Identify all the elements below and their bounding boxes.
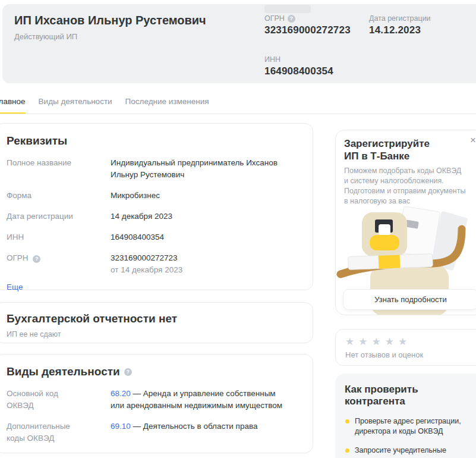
help-icon[interactable]: ? xyxy=(124,368,132,376)
check-card-title: Как проверить контрагента xyxy=(345,384,474,407)
reg-date-block: Дата регистрации 14.12.2023 xyxy=(369,14,431,36)
row-label-main-okved: Основной код ОКВЭД xyxy=(7,388,78,412)
tab-main[interactable]: Главное xyxy=(0,97,26,114)
row-value-full-name: Индивидуальный предприниматель Ихсанов И… xyxy=(111,157,289,181)
main-column: Реквизиты Полное название Индивидуальный… xyxy=(0,123,313,453)
list-item: Проверьте адрес регистрации, директора и… xyxy=(345,416,474,437)
page-title: ИП Ихсанов Ильнур Рустемович xyxy=(14,14,206,27)
sidebar-column: × Зарегистрируйте ИП в Т-Банке Поможем п… xyxy=(335,130,476,458)
ogrn-value: 323169000272723 xyxy=(264,24,351,36)
reporting-card: Бухгалтерской отчетности нет ИП ее не сд… xyxy=(0,302,313,343)
rating-stars-icon[interactable]: ★★★★★ xyxy=(345,335,474,348)
okved-code-link[interactable]: 69.10 xyxy=(111,422,131,431)
company-header-card: ИП Ихсанов Ильнур Рустемович Действующий… xyxy=(2,4,476,83)
inn-value: 164908400354 xyxy=(264,65,333,77)
row-label-reg-date: Дата регистрации xyxy=(7,211,78,222)
status-badge: Действующий ИП xyxy=(14,32,77,41)
reg-date-value: 14.12.2023 xyxy=(369,24,431,36)
bullet-icon xyxy=(345,419,349,424)
activities-title: Виды деятельности xyxy=(7,365,120,378)
row-value-ogrn: 323169000272723 от 14 декабря 2023 xyxy=(111,252,289,276)
row-value-main-okved: 68.20 — Аренда и управление собственным … xyxy=(111,388,289,412)
reporting-title: Бухгалтерской отчетности нет xyxy=(7,312,301,325)
ogrn-label-row: ОГРН ? xyxy=(264,14,351,23)
tab-bar: Главное Виды деятельности Последние изме… xyxy=(0,97,209,114)
list-item: Запросите учредительные документы, лицен… xyxy=(345,446,474,458)
tab-activities[interactable]: Виды деятельности xyxy=(39,97,112,114)
row-value-form: Микробизнес xyxy=(111,190,289,202)
promo-title: Зарегистрируйте ИП в Т-Банке xyxy=(344,137,430,162)
row-value-inn: 164908400354 xyxy=(111,231,289,243)
inn-block: ИНН 164908400354 xyxy=(264,55,333,77)
tab-recent-changes[interactable]: Последние изменения xyxy=(125,97,209,114)
reviews-empty-text: Нет отзывов и оценок xyxy=(345,350,474,359)
bullet-icon xyxy=(345,448,349,453)
row-label-ogrn: ОГРН ? xyxy=(7,252,78,276)
row-label-full-name: Полное название xyxy=(7,157,78,181)
row-value-extra-okved: 69.10 — Деятельность в области права xyxy=(111,421,289,444)
inn-label: ИНН xyxy=(264,55,280,64)
requisites-title: Реквизиты xyxy=(7,134,301,148)
ogrn-date-note: от 14 декабря 2023 xyxy=(111,264,289,276)
row-value-reg-date: 14 декабря 2023 xyxy=(111,211,289,222)
promo-description: Поможем подобрать коды ОКВЭД и систему н… xyxy=(344,166,466,206)
ogrn-label: ОГРН xyxy=(264,14,285,23)
reviews-card: ★★★★★ Нет отзывов и оценок xyxy=(335,329,476,366)
ogrn-block: ОГРН ? 323169000272723 xyxy=(264,14,351,36)
reporting-subtitle: ИП ее не сдают xyxy=(7,330,301,338)
help-icon[interactable]: ? xyxy=(33,255,40,263)
reg-date-label: Дата регистрации xyxy=(369,14,431,23)
skeleton-shimmer xyxy=(264,5,311,13)
promo-card: × Зарегистрируйте ИП в Т-Банке Поможем п… xyxy=(335,130,476,315)
activities-card: Виды деятельности ? Основной код ОКВЭД 6… xyxy=(0,354,313,453)
row-label-extra-okved: Дополнительные коды ОКВЭД xyxy=(7,421,78,444)
row-label-form: Форма xyxy=(7,190,78,202)
help-icon[interactable]: ? xyxy=(288,15,295,23)
tab-bar-divider xyxy=(0,114,476,114)
close-icon[interactable]: × xyxy=(470,135,476,145)
promo-details-button[interactable]: Узнать подробности xyxy=(343,289,476,310)
requisites-card: Реквизиты Полное название Индивидуальный… xyxy=(0,123,313,290)
row-label-inn: ИНН xyxy=(7,231,78,243)
counterparty-check-card: Как проверить контрагента Проверьте адре… xyxy=(335,374,476,458)
more-link[interactable]: Еще xyxy=(7,283,23,291)
okved-code-link[interactable]: 68.20 xyxy=(111,389,131,398)
